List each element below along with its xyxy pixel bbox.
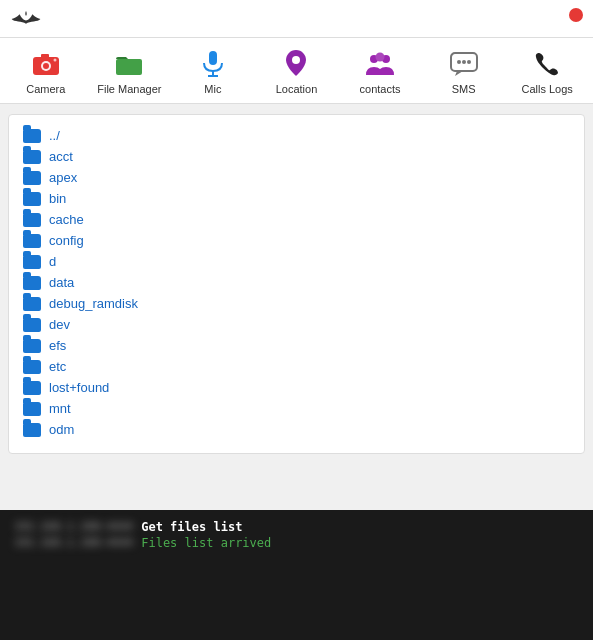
file-item-lost-found[interactable]: lost+found xyxy=(23,377,570,398)
nav-label-mic: Mic xyxy=(204,83,221,95)
svg-point-16 xyxy=(467,60,471,64)
folder-icon xyxy=(23,129,41,143)
svg-point-4 xyxy=(53,59,56,62)
terminal-response: Files list arrived xyxy=(141,536,271,550)
top-bar xyxy=(0,0,593,38)
mic-icon xyxy=(196,46,230,80)
status-indicator xyxy=(569,8,583,22)
app-logo xyxy=(10,9,42,29)
sms-icon xyxy=(447,46,481,80)
terminal-panel: 192.168.1.100:4444 Get files list 192.16… xyxy=(0,510,593,640)
nav-label-camera: Camera xyxy=(26,83,65,95)
file-list-panel[interactable]: ../ acct apex bin cache config d data de… xyxy=(8,114,585,454)
folder-icon xyxy=(23,360,41,374)
terminal-ip-2: 192.168.1.100:4444 xyxy=(14,536,133,549)
file-item-mnt[interactable]: mnt xyxy=(23,398,570,419)
terminal-ip-1: 192.168.1.100:4444 xyxy=(14,520,133,533)
nav-item-file-manager[interactable]: File Manager xyxy=(94,46,164,95)
file-item-parent[interactable]: ../ xyxy=(23,125,570,146)
file-item-bin[interactable]: bin xyxy=(23,188,570,209)
folder-icon xyxy=(23,150,41,164)
phone-icon xyxy=(530,46,564,80)
nav-item-contacts[interactable]: contacts xyxy=(345,46,415,95)
nav-label-calls-logs: Calls Logs xyxy=(521,83,572,95)
folder-icon xyxy=(23,234,41,248)
terminal-line-2: 192.168.1.100:4444 Files list arrived xyxy=(14,536,579,550)
nav-label-contacts: contacts xyxy=(360,83,401,95)
svg-point-12 xyxy=(376,53,385,62)
folder-icon xyxy=(23,213,41,227)
contacts-icon xyxy=(363,46,397,80)
svg-rect-6 xyxy=(209,51,217,65)
folder-icon xyxy=(23,339,41,353)
svg-point-14 xyxy=(457,60,461,64)
nav-item-camera[interactable]: Camera xyxy=(11,46,81,95)
svg-rect-3 xyxy=(41,54,49,58)
nav-item-mic[interactable]: Mic xyxy=(178,46,248,95)
terminal-command: Get files list xyxy=(141,520,242,534)
nav-item-location[interactable]: Location xyxy=(261,46,331,95)
file-item-data[interactable]: data xyxy=(23,272,570,293)
file-item-etc[interactable]: etc xyxy=(23,356,570,377)
folder-icon xyxy=(23,171,41,185)
nav-bar: Camera File Manager Mic xyxy=(0,38,593,104)
folder-icon xyxy=(23,381,41,395)
file-item-debug-ramdisk[interactable]: debug_ramdisk xyxy=(23,293,570,314)
nav-label-location: Location xyxy=(276,83,318,95)
file-item-apex[interactable]: apex xyxy=(23,167,570,188)
folder-icon xyxy=(23,402,41,416)
svg-point-2 xyxy=(43,63,49,69)
file-item-odm[interactable]: odm xyxy=(23,419,570,440)
file-item-efs[interactable]: efs xyxy=(23,335,570,356)
camera-icon xyxy=(29,46,63,80)
folder-icon xyxy=(23,318,41,332)
location-icon xyxy=(279,46,313,80)
nav-item-sms[interactable]: SMS xyxy=(429,46,499,95)
folder-icon xyxy=(23,297,41,311)
folder-icon xyxy=(23,423,41,437)
nav-item-calls-logs[interactable]: Calls Logs xyxy=(512,46,582,95)
folder-icon xyxy=(23,255,41,269)
svg-point-15 xyxy=(462,60,466,64)
file-item-d[interactable]: d xyxy=(23,251,570,272)
file-item-acct[interactable]: acct xyxy=(23,146,570,167)
nav-label-file-manager: File Manager xyxy=(97,83,161,95)
file-manager-icon xyxy=(112,46,146,80)
svg-rect-5 xyxy=(116,59,142,75)
file-item-cache[interactable]: cache xyxy=(23,209,570,230)
folder-icon xyxy=(23,276,41,290)
file-item-dev[interactable]: dev xyxy=(23,314,570,335)
svg-point-9 xyxy=(292,56,300,64)
nav-label-sms: SMS xyxy=(452,83,476,95)
folder-icon xyxy=(23,192,41,206)
file-item-config[interactable]: config xyxy=(23,230,570,251)
terminal-line-1: 192.168.1.100:4444 Get files list xyxy=(14,520,579,534)
